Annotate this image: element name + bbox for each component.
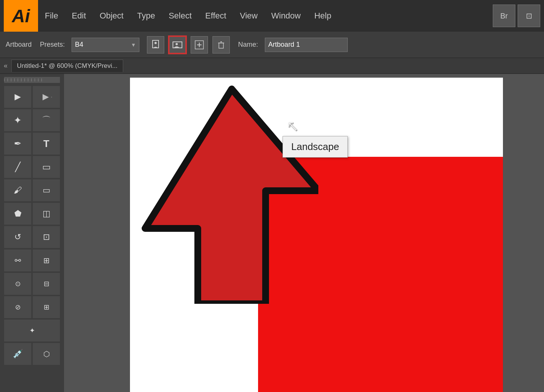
rect-tool[interactable]: ▭ — [33, 156, 60, 178]
rotate-tool[interactable]: ↺ — [4, 226, 31, 248]
menu-bar: Ai File Edit Object Type Select Effect V… — [0, 0, 544, 32]
workspace: ► ►· ✦ ⌒ ✒ T ╱ ▭ 🖌 ▭ ⬟ ◫ ↺ ⊡ ⚯ ⊞ — [0, 74, 544, 392]
ruler-strip — [4, 77, 60, 83]
tool-row-1: ► ►· — [2, 86, 63, 108]
presets-dropdown-arrow: ▼ — [131, 42, 136, 48]
direct-select-tool[interactable]: ►· — [33, 86, 60, 108]
blob-brush-tool[interactable]: ⬟ — [4, 203, 31, 225]
mesh-tool[interactable]: ⊘ — [4, 296, 31, 318]
name-label: Name: — [238, 41, 258, 49]
landscape-icon — [172, 40, 183, 50]
type-tool[interactable]: T — [33, 133, 60, 155]
gradient-mesh-tool[interactable]: ⊞ — [33, 296, 60, 318]
symbol-sprayer-tool[interactable]: ⊙ — [4, 273, 31, 295]
lasso-tool[interactable]: ⌒ — [33, 109, 60, 131]
left-toolbar: ► ►· ✦ ⌒ ✒ T ╱ ▭ 🖌 ▭ ⬟ ◫ ↺ ⊡ ⚯ ⊞ — [0, 74, 64, 392]
artboard — [130, 78, 503, 392]
svg-rect-7 — [219, 43, 223, 48]
artboard-name-input[interactable] — [265, 38, 348, 52]
warp-tool[interactable]: ⚯ — [4, 250, 31, 271]
portrait-button[interactable] — [147, 36, 164, 54]
tool-row-12: 💉 ⬡ — [2, 343, 63, 365]
paintbrush-tool[interactable]: 🖌 — [4, 179, 31, 201]
canvas-area: Landscape ↖ — [64, 74, 544, 392]
landscape-tooltip: Landscape — [283, 136, 348, 158]
pen-tool[interactable]: ✒ — [4, 133, 31, 155]
artboard-tool[interactable]: ✦ — [4, 320, 60, 341]
artboard-label: Artboard — [6, 41, 32, 49]
tool-row-2: ✦ ⌒ — [2, 109, 63, 131]
tool-row-10: ⊘ ⊞ — [2, 296, 63, 318]
eyedropper-tool[interactable]: 💉 — [4, 343, 31, 365]
menu-file[interactable]: File — [38, 0, 65, 32]
portrait-icon — [150, 40, 161, 50]
trash-icon — [216, 40, 226, 50]
tool-row-6: ⬟ ◫ — [2, 203, 63, 225]
line-tool[interactable]: ╱ — [4, 156, 31, 178]
delete-artboard-button[interactable] — [212, 36, 230, 54]
bridge-button[interactable]: Br — [493, 5, 515, 27]
presets-label: Presets: — [40, 41, 65, 49]
eraser-tool[interactable]: ◫ — [33, 203, 60, 225]
tool-row-4: ╱ ▭ — [2, 156, 63, 178]
red-rectangle — [258, 157, 503, 392]
menu-object[interactable]: Object — [93, 0, 130, 32]
free-transform-tool[interactable]: ⊞ — [33, 250, 60, 271]
tool-row-8: ⚯ ⊞ — [2, 250, 63, 271]
options-bar: Artboard Presets: B4 ▼ — [0, 32, 544, 58]
tool-row-5: 🖌 ▭ — [2, 179, 63, 201]
collapse-arrow[interactable]: « — [4, 62, 8, 70]
doc-tab-bar: « Untitled-1* @ 600% (CMYK/Previ... — [0, 58, 544, 74]
new-artboard-button[interactable] — [191, 36, 208, 54]
new-artboard-icon — [194, 40, 204, 50]
column-graph-tool[interactable]: ⊟ — [33, 273, 60, 295]
doc-tab[interactable]: Untitled-1* @ 600% (CMYK/Previ... — [11, 60, 123, 72]
svg-point-3 — [176, 43, 178, 45]
menu-help[interactable]: Help — [307, 0, 338, 32]
tool-row-7: ↺ ⊡ — [2, 226, 63, 248]
select-tool[interactable]: ► — [4, 86, 31, 108]
scale-tool[interactable]: ⊡ — [33, 226, 60, 248]
presets-value: B4 — [75, 41, 83, 49]
menu-window[interactable]: Window — [264, 0, 307, 32]
tool-row-11: ✦ — [2, 320, 63, 341]
menu-type[interactable]: Type — [130, 0, 162, 32]
tool-row-9: ⊙ ⊟ — [2, 273, 63, 295]
menu-view[interactable]: View — [233, 0, 264, 32]
tool-row-3: ✒ T — [2, 133, 63, 155]
menu-edit[interactable]: Edit — [65, 0, 93, 32]
workspace-switcher[interactable]: ⊡ — [518, 5, 540, 27]
rounded-rect-tool[interactable]: ▭ — [33, 179, 60, 201]
menu-select[interactable]: Select — [162, 0, 199, 32]
svg-point-1 — [154, 42, 157, 44]
landscape-button[interactable] — [169, 36, 186, 54]
presets-dropdown[interactable]: B4 ▼ — [72, 38, 139, 52]
menu-effect[interactable]: Effect — [199, 0, 233, 32]
blend-tool[interactable]: ⬡ — [33, 343, 60, 365]
magic-wand-tool[interactable]: ✦ — [4, 109, 31, 131]
ai-logo: Ai — [4, 0, 38, 32]
